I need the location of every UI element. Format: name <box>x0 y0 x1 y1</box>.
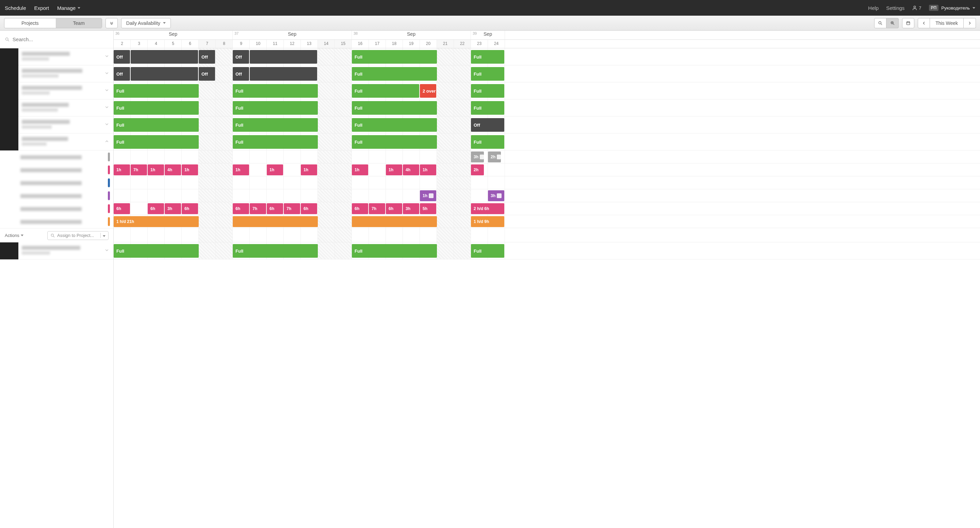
schedule-bar[interactable]: 1h <box>386 164 402 175</box>
schedule-bar[interactable]: Full <box>114 118 199 132</box>
schedule-bar[interactable]: Full <box>471 244 504 258</box>
schedule-bar[interactable]: 6h <box>233 203 249 214</box>
schedule-bar[interactable]: Full <box>352 67 437 81</box>
schedule-bar[interactable]: Full <box>114 101 199 115</box>
schedule-bar[interactable]: Full <box>471 135 504 149</box>
schedule-bar[interactable]: 1h <box>301 164 317 175</box>
schedule-bar[interactable]: 1 h/d 9h <box>471 216 504 227</box>
person-row[interactable] <box>0 134 113 150</box>
schedule-bar[interactable]: 5h <box>420 203 436 214</box>
schedule-bar[interactable]: Full <box>114 135 199 149</box>
search-input[interactable] <box>13 37 108 42</box>
schedule-bar[interactable]: Off <box>233 50 249 64</box>
schedule-bar[interactable]: 1 h/d 21h <box>114 216 199 227</box>
expand-button[interactable] <box>103 105 111 111</box>
user-count[interactable]: 7 <box>912 5 921 11</box>
schedule-bar[interactable]: Full <box>233 101 318 115</box>
user-menu[interactable]: РП Руководитель <box>929 5 975 11</box>
tab-projects[interactable]: Projects <box>5 18 56 28</box>
schedule-bar[interactable]: 1h <box>182 164 198 175</box>
schedule-bar[interactable]: 6h <box>114 203 130 214</box>
expand-button[interactable] <box>103 122 111 128</box>
nav-manage[interactable]: Manage <box>57 5 80 11</box>
schedule-bar[interactable]: Off <box>233 67 249 81</box>
schedule-bar[interactable] <box>130 67 198 81</box>
schedule-bar[interactable] <box>130 50 198 64</box>
schedule-bar[interactable]: 1h <box>352 164 368 175</box>
subtask-row[interactable] <box>0 163 113 176</box>
schedule-bar[interactable] <box>352 216 437 227</box>
schedule-bar[interactable]: Full <box>471 67 504 81</box>
schedule-bar[interactable]: 3h <box>165 203 181 214</box>
schedule-bar[interactable]: 1h <box>114 164 130 175</box>
schedule-bar[interactable]: 6h <box>267 203 283 214</box>
schedule-bar[interactable]: 4h <box>403 164 419 175</box>
schedule-bar[interactable]: 1h <box>420 190 436 201</box>
schedule-bar[interactable]: 6h <box>352 203 368 214</box>
nav-help[interactable]: Help <box>868 5 878 11</box>
schedule-bar[interactable]: 1h <box>148 164 164 175</box>
schedule-bar[interactable]: 1h <box>233 164 249 175</box>
subtask-row[interactable] <box>0 176 113 189</box>
subtask-row[interactable] <box>0 150 113 163</box>
schedule-bar[interactable]: Off <box>471 118 504 132</box>
schedule-bar[interactable]: Full <box>352 101 437 115</box>
collapse-button[interactable] <box>103 139 111 145</box>
schedule-bar[interactable]: Full <box>233 244 318 258</box>
schedule-bar[interactable]: 7h <box>250 203 266 214</box>
assign-project-select[interactable]: Assign to Project... <box>47 231 108 240</box>
schedule-bar[interactable]: Full <box>114 244 199 258</box>
schedule-bar[interactable]: 4h <box>165 164 181 175</box>
schedule-bar[interactable]: 3h <box>471 152 484 163</box>
schedule-bar[interactable]: 3h <box>403 203 419 214</box>
schedule-bar[interactable]: Off <box>199 67 215 81</box>
actions-dropdown[interactable]: Actions <box>5 233 24 238</box>
subtask-row[interactable] <box>0 215 113 228</box>
schedule-bar[interactable]: 2 over <box>420 84 436 98</box>
person-row[interactable] <box>0 48 113 65</box>
expand-button[interactable] <box>103 71 111 77</box>
nav-schedule[interactable]: Schedule <box>5 5 26 11</box>
schedule-bar[interactable]: 6h <box>301 203 317 214</box>
schedule-bar[interactable]: 7h <box>284 203 300 214</box>
schedule-bar[interactable]: 1h <box>420 164 436 175</box>
schedule-bar[interactable]: 6h <box>182 203 198 214</box>
schedule-bar[interactable]: Full <box>352 118 437 132</box>
person-row[interactable] <box>0 116 113 134</box>
schedule-bar[interactable]: 2h <box>488 152 501 163</box>
schedule-bar[interactable]: Full <box>114 84 199 98</box>
prev-week-button[interactable] <box>918 18 930 28</box>
schedule-bar[interactable]: 7h <box>369 203 385 214</box>
person-row[interactable] <box>0 65 113 82</box>
schedule-bar[interactable]: Full <box>352 50 437 64</box>
schedule-bar[interactable] <box>250 67 317 81</box>
zoom-out-button[interactable] <box>874 18 886 28</box>
expand-button[interactable] <box>103 88 111 94</box>
schedule-bar[interactable]: Off <box>114 67 130 81</box>
expand-button[interactable] <box>103 54 111 59</box>
schedule-bar[interactable] <box>233 216 318 227</box>
schedule-bar[interactable]: Full <box>352 244 437 258</box>
schedule-bar[interactable]: 1h <box>267 164 283 175</box>
nav-settings[interactable]: Settings <box>886 5 904 11</box>
subtask-row[interactable] <box>0 189 113 202</box>
schedule-bar[interactable]: Full <box>471 101 504 115</box>
this-week-button[interactable]: This Week <box>930 18 964 28</box>
schedule-bar[interactable]: Full <box>471 50 504 64</box>
schedule-bar[interactable]: Full <box>471 84 504 98</box>
schedule-bar[interactable]: Full <box>233 84 318 98</box>
person-row[interactable] <box>0 82 113 99</box>
calendar-button[interactable] <box>902 18 914 28</box>
schedule-bar[interactable]: 6h <box>386 203 402 214</box>
zoom-in-button[interactable] <box>886 18 899 28</box>
tab-team[interactable]: Team <box>56 18 102 28</box>
expand-all-button[interactable] <box>105 18 118 28</box>
next-week-button[interactable] <box>964 18 976 28</box>
schedule-bar[interactable]: 2h <box>471 164 484 175</box>
schedule-bar[interactable]: Full <box>233 118 318 132</box>
schedule-bar[interactable] <box>250 50 317 64</box>
schedule-bar[interactable]: 6h <box>148 203 164 214</box>
schedule-bar[interactable]: Off <box>199 50 215 64</box>
subtask-row[interactable] <box>0 202 113 215</box>
person-row[interactable] <box>0 99 113 116</box>
